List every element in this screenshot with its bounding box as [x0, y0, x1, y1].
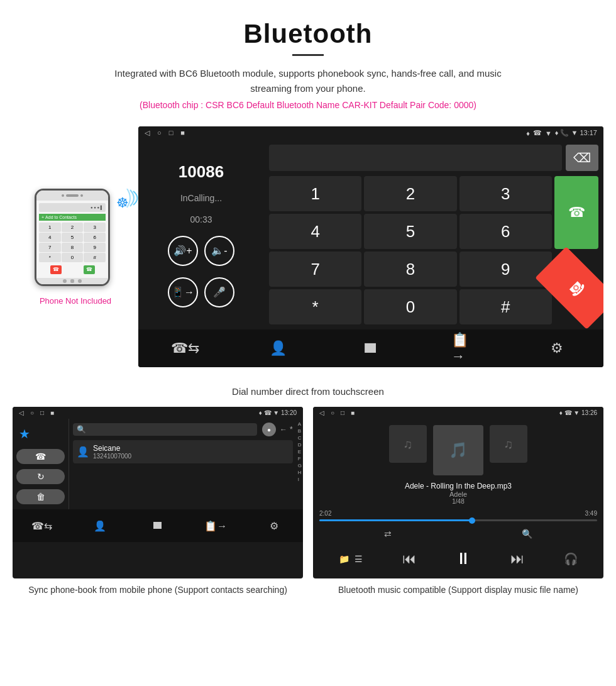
screenshot-icon[interactable]: ■ — [180, 129, 185, 137]
recents-icon[interactable]: □ — [169, 129, 173, 137]
alpha-c[interactable]: C — [298, 435, 302, 441]
home-icon[interactable]: ○ — [157, 129, 162, 137]
contact-phone: 13241007000 — [93, 453, 131, 460]
pb-nav-buttons: ← * — [280, 425, 293, 434]
search-music-icon[interactable]: 🔍 — [522, 529, 532, 539]
alpha-i[interactable]: I — [298, 477, 302, 482]
phone-key-8[interactable]: 8 — [62, 243, 84, 252]
album-art-center: 🎵 — [433, 425, 483, 475]
pb-time: ♦ ☎ ▼ 13:20 — [259, 409, 297, 416]
pb-home-icon[interactable]: ○ — [30, 409, 34, 416]
pb-nav-dialpad[interactable]: ⯀ — [145, 513, 170, 538]
music-back-icon[interactable]: ◁ — [319, 409, 324, 416]
nav-calls-button[interactable]: ☎⇆ — [172, 336, 197, 361]
phone-key-0[interactable]: 0 — [62, 253, 84, 262]
next-track-button[interactable]: ⏭ — [510, 551, 524, 567]
song-artist: Adele — [319, 490, 597, 498]
music-screenshot-icon[interactable]: ■ — [351, 409, 355, 416]
key-7[interactable]: 7 — [269, 252, 361, 287]
list-icon[interactable]: ☰ — [355, 554, 363, 564]
phone-key-star[interactable]: * — [39, 253, 61, 262]
nav-contacts-button[interactable]: 👤 — [265, 336, 290, 361]
phone-key-7[interactable]: 7 — [39, 243, 61, 252]
music-progress-bar: 2:02 3:49 — [319, 510, 597, 521]
bluetooth-signal: ☸ — [116, 189, 141, 220]
pb-back-icon[interactable]: ◁ — [19, 409, 24, 416]
alpha-h[interactable]: H — [298, 470, 302, 475]
phone-key-3[interactable]: 3 — [84, 223, 106, 232]
phone-key-5[interactable]: 5 — [62, 233, 84, 242]
music-recents-icon[interactable]: □ — [341, 409, 344, 416]
song-title: Adele - Rolling In the Deep.mp3 — [319, 482, 597, 490]
phone-key-6[interactable]: 6 — [84, 233, 106, 242]
key-3[interactable]: 3 — [459, 176, 552, 211]
mute-button[interactable]: 🎤 — [204, 277, 234, 307]
alpha-e[interactable]: E — [298, 449, 302, 455]
phone-add-contact-bar: + Add to Contacts — [39, 214, 106, 221]
pb-nav-icons: ◁ ○ □ ■ — [19, 409, 54, 416]
progress-thumb[interactable] — [469, 517, 475, 524]
equalizer-icon[interactable]: 🎧 — [564, 552, 578, 566]
answer-call-button[interactable]: ☎ — [554, 176, 598, 249]
alpha-b[interactable]: B — [298, 428, 302, 434]
progress-track[interactable] — [319, 519, 597, 521]
keypad-and-calls: 1 2 3 4 5 6 7 8 9 * 0 # — [269, 176, 598, 324]
page-description: Integrated with BC6 Bluetooth module, su… — [94, 66, 522, 96]
phone-key-hash[interactable]: # — [84, 253, 106, 262]
pb-contact-row[interactable]: 👤 Seicane 13241007000 — [73, 440, 293, 463]
phone-key-4[interactable]: 4 — [39, 233, 61, 242]
music-home-icon[interactable]: ○ — [331, 409, 334, 416]
album-art-row: ♫ 🎵 ♫ — [319, 425, 597, 475]
pb-call-button[interactable]: ☎ — [16, 449, 65, 464]
key-4[interactable]: 4 — [269, 214, 361, 249]
alpha-d[interactable]: D — [298, 442, 302, 448]
pb-nav-settings[interactable]: ⚙ — [261, 513, 287, 538]
pb-sync-button[interactable]: ↻ — [16, 469, 65, 484]
alpha-g[interactable]: G — [298, 463, 302, 468]
key-1[interactable]: 1 — [269, 176, 361, 211]
key-9[interactable]: 9 — [459, 252, 552, 287]
pb-recents-icon[interactable]: □ — [40, 409, 44, 416]
pb-circle-button[interactable]: ● — [262, 423, 276, 436]
prev-track-button[interactable]: ⏮ — [402, 551, 416, 567]
volume-down-button[interactable]: 🔈- — [204, 236, 234, 266]
alpha-a[interactable]: A — [298, 421, 302, 427]
key-8[interactable]: 8 — [364, 252, 456, 287]
key-6[interactable]: 6 — [459, 214, 552, 249]
call-info-panel: 10086 InCalling... 00:33 🔊+ 🔈- 📱→ 🎤 — [138, 140, 264, 329]
contact-name: Seicane — [93, 444, 131, 453]
volume-up-button[interactable]: 🔊+ — [168, 236, 198, 266]
play-pause-button[interactable]: ⏸ — [455, 549, 471, 568]
phone-call-btn[interactable]: ☎ — [84, 265, 95, 274]
pb-search-bar[interactable]: 🔍 — [73, 423, 257, 436]
pb-nav-calls[interactable]: ☎⇆ — [29, 513, 54, 538]
pb-nav-contacts[interactable]: 👤 — [87, 513, 113, 538]
phone-key-1[interactable]: 1 — [39, 223, 61, 232]
shuffle-icon[interactable]: ⇄ — [384, 529, 392, 539]
backspace-button[interactable]: ⌫ — [566, 145, 598, 171]
key-5[interactable]: 5 — [364, 214, 456, 249]
nav-transfer-button[interactable]: 📋→ — [451, 336, 476, 361]
pb-back-arrow[interactable]: ← — [280, 425, 287, 434]
phone-end-btn[interactable]: ☎ — [50, 265, 62, 274]
phone-key-9[interactable]: 9 — [84, 243, 106, 252]
key-2[interactable]: 2 — [364, 176, 456, 211]
pb-screenshot-icon[interactable]: ■ — [50, 409, 54, 416]
keypad-grid: 1 2 3 4 5 6 7 8 9 * 0 # — [269, 176, 552, 324]
alpha-f[interactable]: F — [298, 456, 302, 462]
key-hash[interactable]: # — [459, 289, 552, 324]
back-icon[interactable]: ◁ — [145, 129, 150, 137]
phone-mockup: ● ● ● ▌ + Add to Contacts 1 2 3 4 5 6 7 … — [35, 189, 110, 286]
pb-top-bar: 🔍 ● ← * — [73, 423, 293, 436]
folder-icon[interactable]: 📁 — [339, 554, 349, 564]
status-icons-right: ♦ ☎ ▼ ♦ 📞 ▼ 13:17 — [526, 129, 597, 137]
nav-settings-button[interactable]: ⚙ — [544, 336, 569, 361]
transfer-button[interactable]: 📱→ — [168, 277, 198, 307]
nav-dialpad-button[interactable]: ⯀ — [358, 336, 383, 361]
phone-key-2[interactable]: 2 — [62, 223, 84, 232]
pb-nav-transfer[interactable]: 📋→ — [203, 513, 228, 538]
key-0[interactable]: 0 — [364, 289, 456, 324]
key-star[interactable]: * — [269, 289, 361, 324]
pb-delete-button[interactable]: 🗑 — [16, 489, 65, 504]
music-nav-icons: ◁ ○ □ ■ — [319, 409, 355, 416]
